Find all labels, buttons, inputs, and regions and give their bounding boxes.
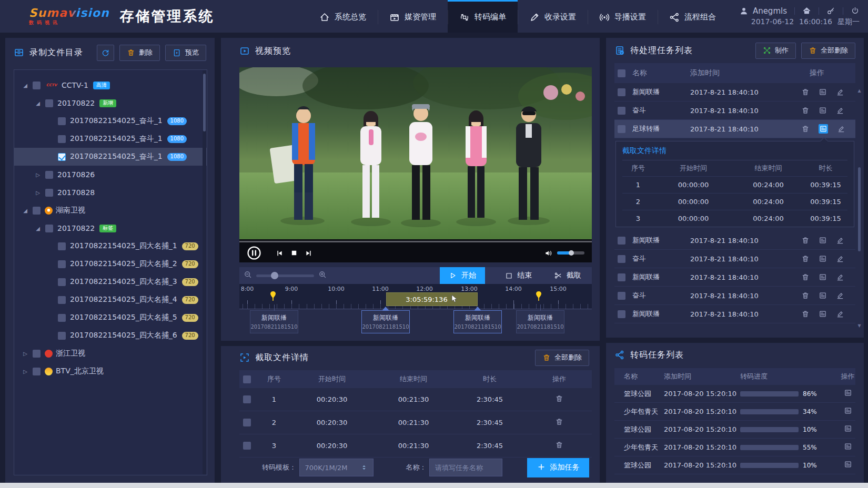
nav-tab-5[interactable]: 导播设置 — [588, 0, 658, 33]
volume-icon[interactable] — [544, 249, 553, 258]
tree-checkbox[interactable] — [33, 368, 41, 375]
delete-icon[interactable] — [801, 273, 810, 281]
expand-arrow-icon[interactable]: ▷ — [22, 369, 29, 374]
tree-row[interactable]: ▷20170828 — [14, 184, 207, 201]
tree-checkbox[interactable] — [58, 260, 66, 268]
tree-checkbox[interactable] — [58, 135, 66, 143]
nav-tab-3[interactable]: 转码编单 — [448, 0, 518, 33]
start-button[interactable]: 开始 — [440, 267, 485, 284]
tree-row[interactable]: 20170822154025_四大名捕_1720 — [14, 237, 207, 255]
expand-arrow-icon[interactable]: ▷ — [22, 351, 29, 357]
detail-icon[interactable] — [819, 124, 828, 134]
tree-row[interactable]: ◢20170822标签 — [14, 219, 207, 237]
select-all-checkbox[interactable] — [618, 69, 625, 77]
delete-icon[interactable] — [801, 88, 810, 96]
clip-card[interactable]: 新闻联播20170821181510 — [250, 310, 298, 333]
timeline-zoom-slider[interactable] — [256, 274, 314, 277]
clip-card[interactable]: 新闻联播20170821181510 — [516, 310, 564, 333]
pause-button[interactable] — [247, 246, 261, 260]
tree-checkbox[interactable] — [58, 117, 66, 125]
add-task-button[interactable]: 添加任务 — [527, 458, 589, 477]
delete-icon[interactable] — [801, 310, 810, 318]
nav-tab-1[interactable]: 系统总览 — [308, 0, 378, 33]
delete-icon[interactable] — [801, 125, 810, 133]
tree-checkbox[interactable] — [45, 225, 53, 232]
tree-checkbox[interactable] — [58, 332, 66, 340]
pending-task-row[interactable]: 新闻联播2017-8-21 18:40:10 — [614, 305, 855, 323]
edit-icon[interactable] — [837, 125, 845, 133]
row-checkbox[interactable] — [618, 107, 625, 115]
row-checkbox[interactable] — [243, 395, 251, 403]
row-checkbox[interactable] — [618, 292, 625, 300]
cut-button[interactable]: 截取 — [548, 267, 588, 284]
tree-checkbox[interactable] — [33, 350, 41, 358]
capture-delete-all-button[interactable]: 全部删除 — [535, 350, 589, 366]
tree-checkbox[interactable] — [33, 207, 41, 215]
expand-arrow-icon[interactable]: ▷ — [34, 172, 42, 178]
tree-scrollbar[interactable] — [203, 70, 206, 474]
template-select[interactable]: 700K/1M/2M — [299, 459, 374, 476]
delete-icon[interactable] — [801, 106, 810, 115]
next-button[interactable] — [305, 249, 312, 257]
edit-icon[interactable] — [836, 106, 844, 115]
delete-icon[interactable] — [801, 255, 810, 263]
video-frame[interactable] — [239, 67, 592, 239]
edit-icon[interactable] — [836, 88, 844, 96]
detail-icon[interactable] — [844, 442, 852, 451]
tree-row[interactable]: 20170822154025_四大名捕_4720 — [14, 291, 207, 309]
row-checkbox[interactable] — [618, 88, 625, 96]
collapse-arrow-icon[interactable]: ◢ — [22, 83, 29, 88]
detail-icon[interactable] — [844, 389, 852, 397]
tree-row[interactable]: ◢湖南卫视 — [14, 201, 207, 219]
pending-task-row[interactable]: 新闻联播2017-8-21 18:40:10 — [614, 83, 855, 101]
select-all-checkbox[interactable] — [243, 375, 251, 383]
tree-row[interactable]: 20170822154025_四大名捕_5720 — [14, 309, 207, 327]
tree-row[interactable]: 20170822154025_奋斗_11080 — [14, 112, 207, 130]
edit-icon[interactable] — [836, 255, 844, 263]
tree-row[interactable]: ▷BTV_北京卫视 — [14, 362, 207, 380]
pending-scrollbar[interactable]: ▲▼ — [857, 88, 862, 328]
row-checkbox[interactable] — [618, 125, 625, 133]
key-icon[interactable] — [826, 6, 835, 15]
detail-icon[interactable] — [819, 255, 827, 263]
delete-icon[interactable] — [801, 236, 810, 245]
tree-checkbox[interactable] — [58, 296, 66, 304]
time-ruler[interactable]: 3:05:59:136 8:009:0010:0011:0012:0013:00… — [239, 284, 592, 309]
tree-row[interactable]: 20170822154025_四大名捕_6720 — [14, 327, 207, 344]
tree-row[interactable]: ◢20170822新增 — [14, 94, 207, 112]
power-icon[interactable] — [851, 6, 860, 15]
tree-checkbox[interactable] — [58, 278, 66, 286]
tree-row[interactable]: 20170822154025_奋斗_11080 — [14, 130, 207, 148]
collapse-arrow-icon[interactable]: ◢ — [22, 208, 29, 214]
tree-row[interactable]: 20170822154025_四大名捕_2720 — [14, 255, 207, 273]
tree-checkbox[interactable] — [45, 171, 53, 179]
tree-checkbox[interactable] — [33, 82, 41, 89]
tree-checkbox[interactable] — [58, 242, 66, 250]
tree-checkbox[interactable] — [58, 153, 66, 161]
detail-icon[interactable] — [819, 88, 827, 96]
edit-icon[interactable] — [836, 273, 844, 281]
tree-checkbox[interactable] — [58, 314, 66, 322]
pending-task-row[interactable]: 奋斗2017-8-21 18:40:10 — [614, 101, 855, 120]
tree-row[interactable]: ▷浙江卫视 — [14, 344, 207, 362]
make-button[interactable]: 制作 — [755, 43, 796, 59]
pending-task-row[interactable]: 足球转播2017-8-21 18:40:10 — [614, 120, 855, 138]
detail-icon[interactable] — [844, 424, 852, 433]
row-checkbox[interactable] — [618, 255, 625, 263]
zoom-in-icon[interactable] — [318, 270, 327, 281]
pending-task-row[interactable]: 新闻联播2017-8-21 18:40:10 — [614, 268, 855, 287]
timeline-marker-pin[interactable] — [270, 291, 276, 303]
preview-button[interactable]: 预览 — [165, 45, 206, 61]
pending-delete-all-button[interactable]: 全部删除 — [801, 43, 855, 59]
clip-card[interactable]: 新闻联播20170821181510 — [361, 310, 410, 333]
player-progress-bar[interactable] — [239, 241, 592, 242]
previous-button[interactable] — [276, 249, 284, 257]
detail-icon[interactable] — [819, 291, 827, 300]
detail-icon[interactable] — [844, 460, 852, 469]
row-checkbox[interactable] — [243, 419, 251, 426]
tree-checkbox[interactable] — [45, 189, 53, 197]
row-checkbox[interactable] — [618, 310, 625, 318]
nav-tab-6[interactable]: 流程组合 — [658, 0, 728, 33]
tree-checkbox[interactable] — [45, 99, 53, 107]
stop-button[interactable] — [290, 249, 298, 257]
